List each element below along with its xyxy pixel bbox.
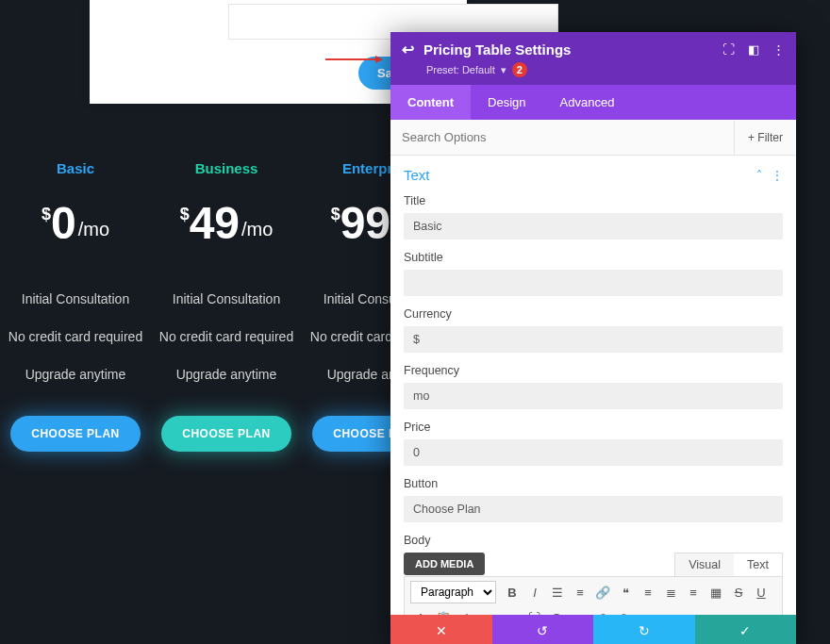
back-icon[interactable]: ↩ [402, 41, 414, 58]
bold-icon[interactable]: B [502, 582, 523, 603]
modal-header: ↩ Pricing Table Settings ⛶ ◧ ⋮ Preset: D… [390, 32, 796, 85]
currency-input[interactable] [404, 326, 783, 353]
plan-name: Business [151, 160, 302, 176]
annotation-arrow [325, 58, 382, 60]
italic-icon[interactable]: I [524, 582, 545, 603]
undo-button[interactable]: ↺ [492, 615, 594, 644]
ul-icon[interactable]: ☰ [547, 582, 568, 603]
frequency-input[interactable] [404, 383, 783, 409]
choose-plan-button[interactable]: CHOOSE PLAN [10, 416, 141, 452]
paste-icon[interactable]: 📋 [433, 607, 454, 615]
price-row: $ 0 /mo [0, 201, 151, 246]
plan-feature: Initial Consultation [151, 291, 302, 306]
plan-name: Basic [0, 160, 151, 176]
plan-feature: Initial Consultation [0, 291, 151, 306]
add-media-button[interactable]: ADD MEDIA [404, 553, 485, 575]
currency: $ [180, 205, 190, 224]
settings-modal: ↩ Pricing Table Settings ⛶ ◧ ⋮ Preset: D… [390, 32, 796, 644]
currency: $ [42, 205, 51, 224]
emoji-icon[interactable]: ☺ [569, 607, 589, 615]
choose-plan-button[interactable]: CHOOSE PLAN [161, 416, 291, 452]
modal-title: Pricing Table Settings [423, 41, 713, 58]
title-input[interactable] [404, 213, 783, 239]
redo-button[interactable]: ↻ [593, 615, 695, 644]
amount: 49 [190, 201, 240, 246]
indent-icon[interactable]: ⇥ [501, 607, 522, 615]
ol-icon[interactable]: ≡ [570, 582, 590, 603]
expand-icon[interactable]: ⛶ [722, 42, 735, 57]
body-label: Body [404, 534, 783, 547]
table-icon[interactable]: ▦ [706, 582, 726, 603]
fullscreen-icon[interactable]: ⛶ [523, 607, 544, 615]
preset-label[interactable]: Preset: Default [426, 64, 495, 75]
strike-icon[interactable]: S [728, 582, 749, 603]
pricing-table: Basic $ 0 /mo Initial Consultation No cr… [0, 160, 453, 452]
columns-icon[interactable]: ◧ [748, 42, 759, 57]
undo-icon[interactable]: ↶ [591, 607, 612, 615]
currency: $ [331, 205, 340, 224]
body-tab-text[interactable]: Text [734, 553, 782, 576]
modal-footer: ✕ ↺ ↻ ✓ [390, 615, 796, 644]
settings-tabs: Content Design Advanced [390, 85, 796, 120]
align-right-icon[interactable]: ≡ [683, 582, 704, 603]
align-left-icon[interactable]: ≡ [638, 582, 658, 603]
quote-icon[interactable]: ❝ [615, 582, 636, 603]
textcolor-icon[interactable]: A [410, 607, 431, 615]
plan-business: Business $ 49 /mo Initial Consultation N… [151, 160, 302, 452]
button-input[interactable] [404, 496, 783, 522]
underline-icon[interactable]: U [751, 582, 772, 603]
price-row: $ 49 /mo [151, 201, 302, 246]
amount: 99 [340, 201, 390, 246]
subtitle-label: Subtitle [404, 251, 783, 264]
section-body: Text ˄ ⋮ Title Subtitle Currency Frequen… [390, 156, 796, 615]
align-center-icon[interactable]: ≣ [660, 582, 681, 603]
frequency: /mo [241, 219, 273, 240]
tab-content[interactable]: Content [390, 85, 471, 120]
search-input[interactable] [402, 120, 734, 155]
plan-basic: Basic $ 0 /mo Initial Consultation No cr… [0, 160, 151, 452]
outdent-icon[interactable]: ⇤ [478, 607, 499, 615]
editor-toolbar: Paragraph B I ☰ ≡ 🔗 ❝ ≡ ≣ ≡ ▦ S U A 📋 I … [404, 576, 783, 615]
link-icon[interactable]: 🔗 [592, 582, 613, 603]
subtitle-input[interactable] [404, 270, 783, 296]
redo-icon[interactable]: ↷ [614, 607, 635, 615]
title-label: Title [404, 194, 783, 207]
filter-button[interactable]: + Filter [734, 121, 796, 155]
tab-advanced[interactable]: Advanced [543, 85, 632, 120]
section-more-icon[interactable]: ⋮ [772, 169, 783, 182]
frequency-label: Frequency [404, 364, 783, 377]
cancel-button[interactable]: ✕ [390, 615, 492, 644]
clear-icon[interactable]: I [456, 607, 476, 615]
format-select[interactable]: Paragraph [410, 581, 496, 603]
plan-feature: Upgrade anytime [0, 367, 151, 382]
section-title[interactable]: Text [404, 167, 756, 183]
plan-feature: No credit card required [0, 329, 151, 344]
chevron-down-icon[interactable]: ▾ [501, 64, 506, 76]
confirm-button[interactable]: ✓ [695, 615, 797, 644]
price-input[interactable] [404, 439, 783, 466]
frequency: /mo [78, 219, 109, 240]
annotation-badge: 2 [512, 62, 527, 77]
collapse-icon[interactable]: ˄ [756, 169, 762, 182]
body-tab-visual[interactable]: Visual [675, 553, 734, 576]
search-row: + Filter [390, 120, 796, 156]
omega-icon[interactable]: Ω [546, 607, 567, 615]
price-label: Price [404, 421, 783, 434]
currency-label: Currency [404, 307, 783, 321]
plan-feature: Upgrade anytime [151, 367, 302, 382]
more-icon[interactable]: ⋮ [772, 42, 785, 57]
button-label: Button [404, 477, 783, 490]
amount: 0 [51, 201, 76, 246]
plan-feature: No credit card required [151, 329, 302, 344]
tab-design[interactable]: Design [471, 85, 542, 120]
